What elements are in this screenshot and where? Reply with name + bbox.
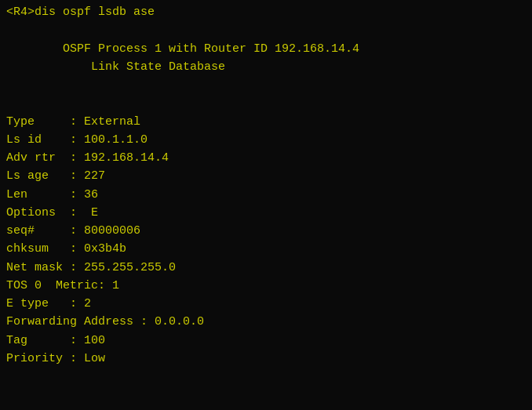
field-row: E type : 2 bbox=[6, 295, 526, 313]
field-row: seq# : 80000006 bbox=[6, 222, 526, 240]
field-row: Net mask : 255.255.255.0 bbox=[6, 259, 526, 277]
terminal-window: <R4>dis ospf lsdb ase OSPF Process 1 wit… bbox=[0, 0, 532, 410]
field-row: Options : E bbox=[6, 204, 526, 222]
field-row: Type : External bbox=[6, 113, 526, 131]
field-row: Adv rtr : 192.168.14.4 bbox=[6, 149, 526, 167]
blank-line-3 bbox=[6, 94, 526, 112]
blank-line-1 bbox=[6, 21, 526, 39]
blank-line-2 bbox=[6, 76, 526, 94]
field-row: Tag : 100 bbox=[6, 332, 526, 350]
field-row: chksum : 0x3b4b bbox=[6, 240, 526, 258]
forwarding-line: Forwarding Address : 0.0.0.0 bbox=[6, 313, 526, 331]
fields3-list: Tag : 100Priority : Low bbox=[6, 332, 526, 368]
field-row: Ls id : 100.1.1.0 bbox=[6, 131, 526, 149]
header-line-2: Link State Database bbox=[6, 58, 526, 76]
fields2-list: E type : 2 bbox=[6, 295, 526, 313]
field-row: Len : 36 bbox=[6, 186, 526, 204]
header-line-1: OSPF Process 1 with Router ID 192.168.14… bbox=[6, 40, 526, 58]
field-row: Ls age : 227 bbox=[6, 167, 526, 185]
fields-list: Type : ExternalLs id : 100.1.1.0Adv rtr … bbox=[6, 113, 526, 277]
field-row: Priority : Low bbox=[6, 350, 526, 368]
prompt-line: <R4>dis ospf lsdb ase bbox=[6, 3, 526, 21]
tos-line: TOS 0 Metric: 1 bbox=[6, 277, 526, 295]
